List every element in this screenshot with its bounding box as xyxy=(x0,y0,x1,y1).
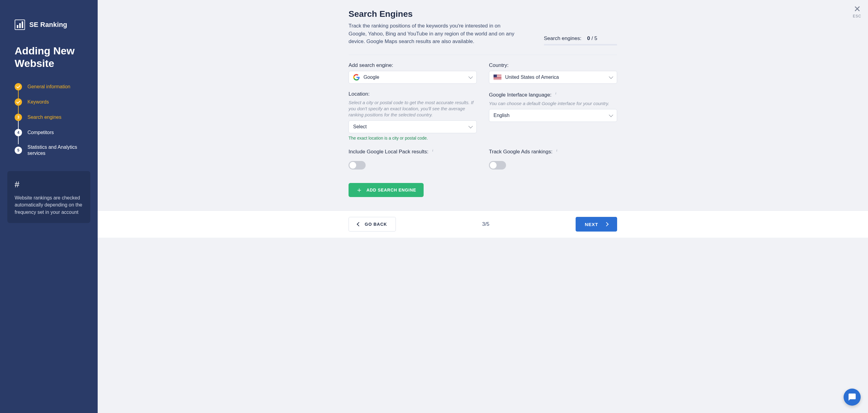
step-number: 3 xyxy=(14,114,22,121)
counter-max: 5 xyxy=(594,35,597,41)
country-value: United States of America xyxy=(505,75,559,80)
toggle-knob xyxy=(490,162,497,169)
google-icon xyxy=(353,74,360,81)
location-note: The exact location is a city or postal c… xyxy=(348,136,477,141)
step-connector xyxy=(18,136,19,144)
chat-icon xyxy=(848,393,857,402)
interface-language-value: English xyxy=(494,113,509,118)
search-engines-counter: Search engines: 0 / 5 xyxy=(544,35,617,46)
check-icon xyxy=(14,83,22,90)
interface-language-label: Google Interface language:i xyxy=(489,91,617,98)
step-general-information[interactable]: General information xyxy=(14,83,83,90)
next-label: NEXT xyxy=(585,222,598,227)
step-number: 5 xyxy=(14,147,22,154)
chevron-down-icon xyxy=(609,74,613,79)
sidebar-title: Adding New Website xyxy=(0,45,98,70)
step-label: Statistics and Analytics services xyxy=(28,144,83,156)
chevron-down-icon xyxy=(609,113,613,117)
chevron-right-icon xyxy=(604,222,609,226)
toggle-knob xyxy=(349,162,356,169)
go-back-label: GO BACK xyxy=(365,222,387,227)
info-icon[interactable]: i xyxy=(430,148,435,153)
close-label: ESC xyxy=(853,14,861,18)
next-button[interactable]: NEXT xyxy=(576,217,617,232)
sidebar: SE Ranking Adding New Website General in… xyxy=(0,0,98,413)
add-search-engine-label: ADD SEARCH ENGINE xyxy=(367,187,416,193)
step-connector xyxy=(18,106,19,114)
location-hint: Select a city or postal code to get the … xyxy=(348,99,477,118)
search-engine-value: Google xyxy=(364,75,379,80)
step-connector xyxy=(18,90,19,98)
tip-text: Website rankings are checked automatical… xyxy=(14,194,83,216)
step-competitors[interactable]: 4 Competitors xyxy=(14,129,83,136)
step-connector xyxy=(18,121,19,129)
counter-label: Search engines: xyxy=(544,35,581,41)
counter-current: 0 xyxy=(587,35,590,41)
local-pack-label: Include Google Local Pack results:i xyxy=(348,148,477,155)
interface-language-select[interactable]: English xyxy=(489,109,617,122)
step-label: Competitors xyxy=(28,129,54,136)
info-icon[interactable]: i xyxy=(554,148,559,153)
country-label: Country: xyxy=(489,62,617,68)
location-value: Select xyxy=(353,124,367,129)
brand: SE Ranking xyxy=(0,20,98,30)
check-icon xyxy=(14,98,22,106)
page-title: Search Engines xyxy=(348,9,520,19)
local-pack-toggle[interactable] xyxy=(348,161,366,170)
main: ✕ ESC Search Engines Track the ranking p… xyxy=(98,0,868,413)
step-statistics-analytics[interactable]: 5 Statistics and Analytics services xyxy=(14,144,83,156)
wizard-steps: General information Keywords 3 Search en… xyxy=(0,83,98,156)
hash-icon: # xyxy=(14,178,83,191)
step-label: Keywords xyxy=(28,99,49,105)
brand-name: SE Ranking xyxy=(29,21,67,29)
chat-widget-button[interactable] xyxy=(844,389,861,406)
ads-ranking-label: Track Google Ads rankings:i xyxy=(489,148,617,155)
go-back-button[interactable]: GO BACK xyxy=(348,217,396,232)
close-icon: ✕ xyxy=(854,5,861,13)
step-label: General information xyxy=(28,84,70,90)
flag-us-icon xyxy=(494,75,501,80)
location-label: Location: xyxy=(348,91,477,97)
step-number: 4 xyxy=(14,129,22,136)
pager: 3/5 xyxy=(482,221,490,227)
info-icon[interactable]: i xyxy=(553,91,558,96)
country-select[interactable]: United States of America xyxy=(489,71,617,84)
chevron-left-icon xyxy=(357,222,361,226)
page-subtitle: Track the ranking positions of the keywo… xyxy=(348,22,520,46)
search-engine-select[interactable]: Google xyxy=(348,71,477,84)
add-search-engine-button[interactable]: ＋ ADD SEARCH ENGINE xyxy=(348,183,424,197)
ads-ranking-toggle[interactable] xyxy=(489,161,506,170)
counter-sep: / xyxy=(590,35,594,41)
interface-language-hint: You can choose a default Google interfac… xyxy=(489,100,617,107)
location-select[interactable]: Select xyxy=(348,120,477,133)
step-search-engines[interactable]: 3 Search engines xyxy=(14,114,83,121)
chevron-down-icon xyxy=(468,74,473,79)
step-keywords[interactable]: Keywords xyxy=(14,98,83,106)
chevron-down-icon xyxy=(468,124,473,128)
wizard-footer: GO BACK 3/5 NEXT xyxy=(98,210,868,238)
plus-icon: ＋ xyxy=(356,187,363,194)
step-label: Search engines xyxy=(28,114,61,120)
brand-logo-icon xyxy=(14,20,25,30)
divider xyxy=(348,55,617,55)
search-engine-label: Add search engine: xyxy=(348,62,477,68)
counter-progress-bar xyxy=(544,44,617,46)
tip-box: # Website rankings are checked automatic… xyxy=(7,171,90,223)
close-button[interactable]: ✕ ESC xyxy=(853,5,861,18)
